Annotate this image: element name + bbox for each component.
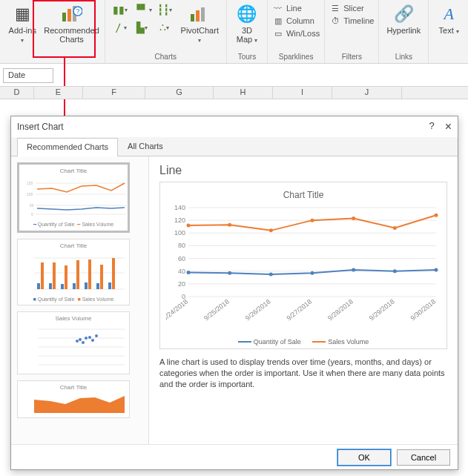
chart-recommendation-list[interactable]: Chart Title 150100500 ━ Quantity of Sale…: [11, 156, 149, 444]
globe-icon: 🌐: [236, 4, 258, 24]
svg-text:60: 60: [178, 255, 185, 262]
svg-point-69: [187, 224, 191, 228]
svg-point-63: [228, 271, 231, 275]
column-header[interactable]: H: [214, 87, 273, 99]
ok-button[interactable]: OK: [337, 449, 391, 466]
column-header[interactable]: D: [0, 87, 34, 99]
preview-heading: Line: [159, 164, 447, 177]
sparkline-winloss-icon: ▭: [272, 28, 284, 39]
tab-recommended-charts[interactable]: Recommended Charts: [17, 138, 118, 156]
svg-rect-26: [76, 260, 79, 289]
column-header[interactable]: G: [145, 87, 214, 99]
svg-point-65: [311, 271, 314, 275]
cancel-button[interactable]: Cancel: [397, 449, 450, 466]
sparkline-winloss-button[interactable]: ▭Win/Loss: [272, 28, 320, 39]
hyperlink-label: Hyperlink: [386, 26, 421, 35]
svg-point-38: [76, 340, 79, 343]
svg-rect-20: [41, 262, 44, 289]
svg-rect-31: [108, 282, 111, 289]
ribbon-group-filters: ☰Slicer ⏱Timeline Filters: [325, 0, 379, 63]
svg-point-39: [79, 338, 82, 341]
chart-canvas: 0204060801001201409/24/20189/25/20189/26…: [166, 205, 441, 329]
column-header[interactable]: F: [83, 87, 145, 99]
svg-point-71: [269, 228, 273, 232]
help-button[interactable]: ?: [429, 120, 434, 133]
svg-point-68: [435, 268, 438, 272]
thumb-scatter-chart[interactable]: Sales Volume: [17, 311, 130, 374]
chart-preview-pane: Line Chart Title 0204060801001201409/24/…: [149, 156, 458, 444]
legend-item-a: Quantity of Sale: [238, 338, 301, 346]
column-header[interactable]: J: [332, 87, 402, 99]
svg-point-62: [187, 271, 191, 274]
text-icon: A: [438, 4, 460, 24]
svg-text:100: 100: [174, 229, 185, 237]
svg-rect-19: [37, 283, 40, 289]
svg-rect-7: [201, 7, 205, 22]
3d-map-button[interactable]: 🌐 3D Map ▾: [231, 1, 263, 47]
column-header[interactable]: I: [273, 87, 332, 99]
slicer-button[interactable]: ☰Slicer: [329, 3, 374, 13]
ribbon-group-links: 🔗 Hyperlink Links: [379, 0, 429, 63]
ribbon: ▦ Add-ins ▾ ? Recommended Charts ▮▮▾ ▝▘▾…: [0, 0, 468, 64]
svg-text:20: 20: [178, 280, 185, 288]
thumb-clustered-column[interactable]: Chart Title ■ Quantity of Sale ■ Sales V…: [17, 239, 130, 305]
ribbon-group-tours: 🌐 3D Map ▾ Tours: [227, 0, 268, 63]
svg-rect-27: [85, 282, 88, 289]
recommended-charts-button[interactable]: ? Recommended Charts: [44, 1, 100, 46]
slicer-icon: ☰: [329, 3, 341, 13]
sparkline-line-button[interactable]: 〰Line: [272, 3, 320, 13]
addins-label: Add-ins: [9, 26, 36, 35]
chevron-down-icon: ▾: [198, 37, 201, 44]
sparkline-column-icon: ▥: [272, 16, 284, 26]
ribbon-group-sparklines: 〰Line ▥Column ▭Win/Loss Sparklines: [268, 0, 325, 63]
svg-rect-25: [73, 283, 76, 289]
svg-rect-28: [88, 260, 91, 289]
worksheet-area: Date DEFGHIJ: [0, 68, 468, 99]
svg-rect-6: [196, 10, 200, 22]
svg-text:80: 80: [178, 242, 185, 249]
close-button[interactable]: ×: [445, 120, 452, 133]
chart-preview[interactable]: Chart Title 0204060801001201409/24/20189…: [159, 182, 447, 349]
addins-icon: ▦: [11, 4, 33, 24]
tab-all-charts[interactable]: All Charts: [118, 137, 173, 156]
svg-rect-30: [100, 265, 103, 289]
ribbon-group-label: Links: [395, 53, 412, 62]
chevron-down-icon: ▾: [456, 28, 459, 35]
thumb-area-chart[interactable]: Chart Title: [17, 380, 130, 418]
sparkline-column-button[interactable]: ▥Column: [272, 16, 320, 26]
thumb-line-chart[interactable]: Chart Title 150100500 ━ Quantity of Sale…: [17, 162, 130, 233]
addins-button[interactable]: ▦ Add-ins ▾: [4, 1, 41, 47]
ribbon-group-charts: ▮▮▾ ▝▘▾ ┇┇▾ 〳▾ ▙▾ ∴▾ PivotChart ▾ Charts: [105, 0, 227, 63]
thumb-preview: [21, 392, 126, 414]
stock-chart-icon[interactable]: ┇┇▾: [154, 1, 175, 18]
bar-chart-icon[interactable]: ▮▮▾: [110, 1, 131, 18]
svg-rect-0: [62, 13, 66, 22]
chart-types-grid[interactable]: ▮▮▾ ▝▘▾ ┇┇▾ 〳▾ ▙▾ ∴▾: [110, 1, 175, 36]
line-chart-icon[interactable]: 〳▾: [110, 19, 131, 36]
svg-rect-23: [61, 284, 64, 289]
svg-rect-32: [112, 258, 115, 289]
svg-rect-5: [191, 14, 194, 22]
svg-point-41: [85, 337, 88, 340]
text-button[interactable]: A Text ▾: [433, 1, 464, 38]
svg-point-42: [88, 336, 91, 339]
area-chart-icon[interactable]: ▙▾: [132, 19, 153, 36]
svg-point-64: [269, 273, 273, 277]
scatter-chart-icon[interactable]: ∴▾: [154, 19, 175, 36]
svg-text:9/26/2018: 9/26/2018: [244, 298, 272, 323]
svg-text:150: 150: [27, 181, 33, 185]
svg-text:50: 50: [30, 203, 34, 208]
svg-point-40: [82, 341, 85, 344]
svg-text:9/28/2018: 9/28/2018: [326, 298, 355, 323]
ribbon-group-label: Filters: [342, 53, 362, 62]
hyperlink-button[interactable]: 🔗 Hyperlink: [383, 1, 423, 37]
svg-text:9/29/2018: 9/29/2018: [368, 298, 396, 323]
column-header[interactable]: E: [34, 87, 83, 99]
svg-point-66: [352, 268, 355, 272]
pivotchart-button[interactable]: PivotChart ▾: [178, 1, 222, 47]
svg-text:9/27/2018: 9/27/2018: [286, 298, 314, 323]
name-box[interactable]: Date: [3, 68, 53, 83]
timeline-button[interactable]: ⏱Timeline: [329, 16, 374, 26]
column-chart-icon[interactable]: ▝▘▾: [132, 1, 153, 18]
svg-text:9/30/2018: 9/30/2018: [409, 298, 438, 323]
